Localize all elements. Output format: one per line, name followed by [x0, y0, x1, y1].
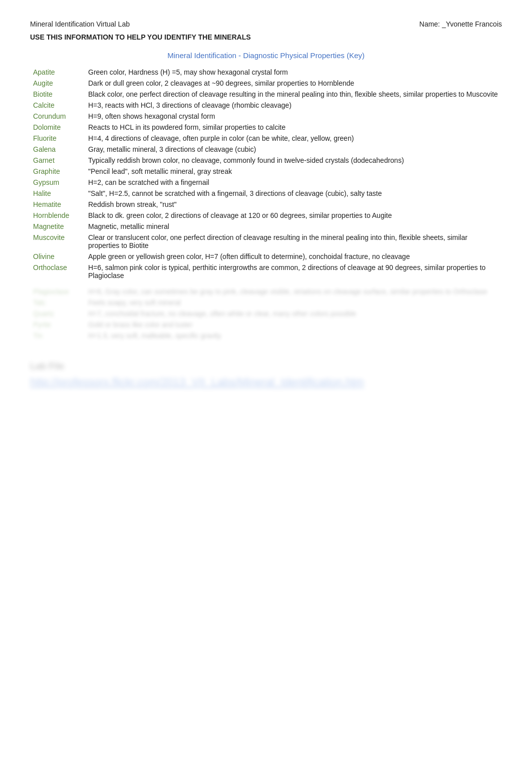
key-title: Mineral Identification - Diagnostic Phys…: [30, 51, 502, 60]
table-row: BiotiteBlack color, one perfect directio…: [30, 89, 502, 100]
mineral-desc: H=4, 4 directions of cleavage, often pur…: [85, 133, 502, 144]
footer-link: http://professorx.flickr.com/2013_VII_La…: [30, 376, 502, 389]
table-row: Graphite"Pencil lead", soft metallic min…: [30, 166, 502, 177]
page-subtitle: USE THIS INFORMATION TO HELP YOU IDENTIF…: [30, 33, 502, 41]
table-row: CalciteH=3, reacts with HCl, 3 direction…: [30, 100, 502, 111]
mineral-name: Pyrite: [30, 319, 85, 330]
mineral-desc: Magnetic, metallic mineral: [85, 221, 502, 232]
table-row: OlivineApple green or yellowish green co…: [30, 251, 502, 262]
table-row: AugiteDark or dull green color, 2 cleava…: [30, 78, 502, 89]
lab-title: Mineral Identification Virtual Lab: [30, 20, 130, 28]
table-row: GarnetTypically reddish brown color, no …: [30, 155, 502, 166]
mineral-desc: Feels soapy, very soft mineral: [85, 297, 502, 308]
mineral-desc: H=9, often shows hexagonal crystal form: [85, 111, 502, 122]
mineral-desc: Typically reddish brown color, no cleava…: [85, 155, 502, 166]
mineral-desc: "Pencil lead", soft metallic mineral, gr…: [85, 166, 502, 177]
mineral-desc: H=6, Gray color, can sometimes be gray t…: [85, 286, 502, 297]
mineral-name: Magnetite: [30, 221, 85, 232]
footer-label: Lab File: [30, 361, 502, 372]
mineral-name: Olivine: [30, 251, 85, 262]
mineral-desc: Apple green or yellowish green color, H=…: [85, 251, 502, 262]
student-name: Name: _Yvonette Francois: [419, 20, 502, 28]
mineral-name: Dolomite: [30, 122, 85, 133]
table-row: FluoriteH=4, 4 directions of cleavage, o…: [30, 133, 502, 144]
mineral-name: Quartz: [30, 308, 85, 319]
mineral-desc: Black to dk. green color, 2 directions o…: [85, 210, 502, 221]
mineral-name: Gypsum: [30, 177, 85, 188]
mineral-name: Muscovite: [30, 232, 85, 251]
mineral-table: ApatiteGreen color, Hardness (H) =5, may…: [30, 67, 502, 281]
mineral-desc: Dark or dull green color, 2 cleavages at…: [85, 78, 502, 89]
mineral-desc: Reacts to HCL in its powdered form, simi…: [85, 122, 502, 133]
table-row: OrthoclaseH=6, salmon pink color is typi…: [30, 262, 502, 281]
mineral-name: Apatite: [30, 67, 85, 78]
table-row: CorundumH=9, often shows hexagonal cryst…: [30, 111, 502, 122]
mineral-desc: H=2, can be scratched with a fingernail: [85, 177, 502, 188]
mineral-name: Calcite: [30, 100, 85, 111]
mineral-name: Corundum: [30, 111, 85, 122]
mineral-desc: H=1.5, very soft, malleable, specific gr…: [85, 330, 502, 341]
mineral-name: Graphite: [30, 166, 85, 177]
mineral-desc: Gold or brass like color and luster: [85, 319, 502, 330]
mineral-name: Plagioclase: [30, 286, 85, 297]
key-section: Mineral Identification - Diagnostic Phys…: [30, 51, 502, 341]
mineral-desc: H=7, conchoidal fracture, no cleavage, o…: [85, 308, 502, 319]
table-row: GypsumH=2, can be scratched with a finge…: [30, 177, 502, 188]
mineral-name: Hornblende: [30, 210, 85, 221]
mineral-name: Orthoclase: [30, 262, 85, 281]
mineral-desc: Reddish brown streak, "rust": [85, 199, 502, 210]
table-row: QuartzH=7, conchoidal fracture, no cleav…: [30, 308, 502, 319]
mineral-name: Augite: [30, 78, 85, 89]
mineral-desc: H=6, salmon pink color is typical, perth…: [85, 262, 502, 281]
table-row: PlagioclaseH=6, Gray color, can sometime…: [30, 286, 502, 297]
mineral-desc: "Salt", H=2.5, cannot be scratched with …: [85, 188, 502, 199]
mineral-desc: Clear or translucent color, one perfect …: [85, 232, 502, 251]
mineral-name: Hematite: [30, 199, 85, 210]
table-row: ApatiteGreen color, Hardness (H) =5, may…: [30, 67, 502, 78]
table-row: TalcFeels soapy, very soft mineral: [30, 297, 502, 308]
blurred-minerals: PlagioclaseH=6, Gray color, can sometime…: [30, 286, 502, 341]
mineral-desc: Gray, metallic mineral, 3 directions of …: [85, 144, 502, 155]
table-row: HornblendeBlack to dk. green color, 2 di…: [30, 210, 502, 221]
mineral-name: Tin: [30, 330, 85, 341]
mineral-name: Fluorite: [30, 133, 85, 144]
table-row: DolomiteReacts to HCL in its powdered fo…: [30, 122, 502, 133]
mineral-name: Garnet: [30, 155, 85, 166]
table-row: TinH=1.5, very soft, malleable, specific…: [30, 330, 502, 341]
table-row: HematiteReddish brown streak, "rust": [30, 199, 502, 210]
mineral-desc: H=3, reacts with HCl, 3 directions of cl…: [85, 100, 502, 111]
table-row: MuscoviteClear or translucent color, one…: [30, 232, 502, 251]
table-row: MagnetiteMagnetic, metallic mineral: [30, 221, 502, 232]
mineral-desc: Black color, one perfect direction of cl…: [85, 89, 502, 100]
mineral-desc: Green color, Hardness (H) =5, may show h…: [85, 67, 502, 78]
mineral-name: Talc: [30, 297, 85, 308]
footer-section: Lab File http://professorx.flickr.com/20…: [30, 361, 502, 389]
mineral-name: Biotite: [30, 89, 85, 100]
table-row: PyriteGold or brass like color and luste…: [30, 319, 502, 330]
table-row: Halite"Salt", H=2.5, cannot be scratched…: [30, 188, 502, 199]
mineral-name: Halite: [30, 188, 85, 199]
table-row: GalenaGray, metallic mineral, 3 directio…: [30, 144, 502, 155]
mineral-name: Galena: [30, 144, 85, 155]
